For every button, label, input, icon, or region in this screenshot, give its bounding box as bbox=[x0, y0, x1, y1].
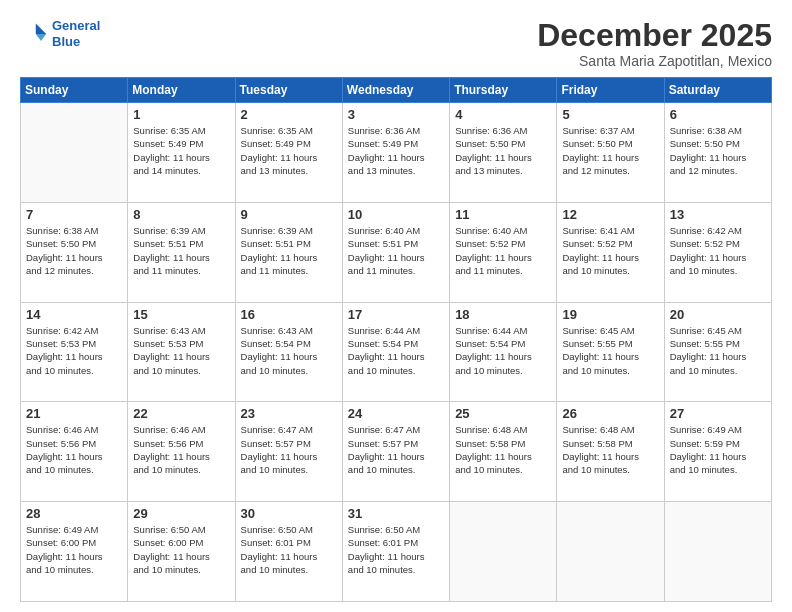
calendar-cell: 7Sunrise: 6:38 AM Sunset: 5:50 PM Daylig… bbox=[21, 202, 128, 302]
calendar-cell: 10Sunrise: 6:40 AM Sunset: 5:51 PM Dayli… bbox=[342, 202, 449, 302]
day-info: Sunrise: 6:44 AM Sunset: 5:54 PM Dayligh… bbox=[455, 324, 551, 377]
day-number: 16 bbox=[241, 307, 337, 322]
calendar-cell: 26Sunrise: 6:48 AM Sunset: 5:58 PM Dayli… bbox=[557, 402, 664, 502]
weekday-header-row: SundayMondayTuesdayWednesdayThursdayFrid… bbox=[21, 78, 772, 103]
day-info: Sunrise: 6:50 AM Sunset: 6:01 PM Dayligh… bbox=[348, 523, 444, 576]
weekday-header: Thursday bbox=[450, 78, 557, 103]
day-info: Sunrise: 6:39 AM Sunset: 5:51 PM Dayligh… bbox=[133, 224, 229, 277]
day-number: 27 bbox=[670, 406, 766, 421]
day-info: Sunrise: 6:46 AM Sunset: 5:56 PM Dayligh… bbox=[133, 423, 229, 476]
day-info: Sunrise: 6:38 AM Sunset: 5:50 PM Dayligh… bbox=[26, 224, 122, 277]
weekday-header: Monday bbox=[128, 78, 235, 103]
calendar-cell: 27Sunrise: 6:49 AM Sunset: 5:59 PM Dayli… bbox=[664, 402, 771, 502]
calendar-cell: 30Sunrise: 6:50 AM Sunset: 6:01 PM Dayli… bbox=[235, 502, 342, 602]
calendar-cell: 29Sunrise: 6:50 AM Sunset: 6:00 PM Dayli… bbox=[128, 502, 235, 602]
day-info: Sunrise: 6:41 AM Sunset: 5:52 PM Dayligh… bbox=[562, 224, 658, 277]
day-number: 3 bbox=[348, 107, 444, 122]
calendar-cell: 5Sunrise: 6:37 AM Sunset: 5:50 PM Daylig… bbox=[557, 103, 664, 203]
day-info: Sunrise: 6:46 AM Sunset: 5:56 PM Dayligh… bbox=[26, 423, 122, 476]
day-info: Sunrise: 6:37 AM Sunset: 5:50 PM Dayligh… bbox=[562, 124, 658, 177]
calendar-table: SundayMondayTuesdayWednesdayThursdayFrid… bbox=[20, 77, 772, 602]
day-number: 11 bbox=[455, 207, 551, 222]
calendar-cell: 31Sunrise: 6:50 AM Sunset: 6:01 PM Dayli… bbox=[342, 502, 449, 602]
day-number: 19 bbox=[562, 307, 658, 322]
day-info: Sunrise: 6:39 AM Sunset: 5:51 PM Dayligh… bbox=[241, 224, 337, 277]
calendar-cell: 28Sunrise: 6:49 AM Sunset: 6:00 PM Dayli… bbox=[21, 502, 128, 602]
calendar-cell: 4Sunrise: 6:36 AM Sunset: 5:50 PM Daylig… bbox=[450, 103, 557, 203]
day-number: 31 bbox=[348, 506, 444, 521]
calendar-cell: 19Sunrise: 6:45 AM Sunset: 5:55 PM Dayli… bbox=[557, 302, 664, 402]
day-number: 12 bbox=[562, 207, 658, 222]
calendar-cell bbox=[557, 502, 664, 602]
weekday-header: Saturday bbox=[664, 78, 771, 103]
day-info: Sunrise: 6:42 AM Sunset: 5:52 PM Dayligh… bbox=[670, 224, 766, 277]
day-number: 4 bbox=[455, 107, 551, 122]
day-info: Sunrise: 6:38 AM Sunset: 5:50 PM Dayligh… bbox=[670, 124, 766, 177]
day-number: 15 bbox=[133, 307, 229, 322]
calendar-cell: 2Sunrise: 6:35 AM Sunset: 5:49 PM Daylig… bbox=[235, 103, 342, 203]
day-info: Sunrise: 6:35 AM Sunset: 5:49 PM Dayligh… bbox=[133, 124, 229, 177]
calendar-week-row: 28Sunrise: 6:49 AM Sunset: 6:00 PM Dayli… bbox=[21, 502, 772, 602]
day-number: 17 bbox=[348, 307, 444, 322]
calendar-cell: 22Sunrise: 6:46 AM Sunset: 5:56 PM Dayli… bbox=[128, 402, 235, 502]
title-block: December 2025 Santa Maria Zapotitlan, Me… bbox=[537, 18, 772, 69]
day-info: Sunrise: 6:49 AM Sunset: 6:00 PM Dayligh… bbox=[26, 523, 122, 576]
calendar-cell bbox=[450, 502, 557, 602]
day-info: Sunrise: 6:50 AM Sunset: 6:00 PM Dayligh… bbox=[133, 523, 229, 576]
day-number: 1 bbox=[133, 107, 229, 122]
weekday-header: Wednesday bbox=[342, 78, 449, 103]
day-number: 23 bbox=[241, 406, 337, 421]
calendar-cell: 6Sunrise: 6:38 AM Sunset: 5:50 PM Daylig… bbox=[664, 103, 771, 203]
subtitle: Santa Maria Zapotitlan, Mexico bbox=[537, 53, 772, 69]
weekday-header: Friday bbox=[557, 78, 664, 103]
day-number: 22 bbox=[133, 406, 229, 421]
calendar-cell: 1Sunrise: 6:35 AM Sunset: 5:49 PM Daylig… bbox=[128, 103, 235, 203]
month-title: December 2025 bbox=[537, 18, 772, 53]
svg-marker-0 bbox=[36, 23, 47, 34]
day-number: 9 bbox=[241, 207, 337, 222]
day-number: 7 bbox=[26, 207, 122, 222]
calendar-week-row: 21Sunrise: 6:46 AM Sunset: 5:56 PM Dayli… bbox=[21, 402, 772, 502]
calendar-cell: 17Sunrise: 6:44 AM Sunset: 5:54 PM Dayli… bbox=[342, 302, 449, 402]
calendar-week-row: 14Sunrise: 6:42 AM Sunset: 5:53 PM Dayli… bbox=[21, 302, 772, 402]
calendar-cell: 24Sunrise: 6:47 AM Sunset: 5:57 PM Dayli… bbox=[342, 402, 449, 502]
day-number: 30 bbox=[241, 506, 337, 521]
day-info: Sunrise: 6:40 AM Sunset: 5:52 PM Dayligh… bbox=[455, 224, 551, 277]
calendar-cell: 8Sunrise: 6:39 AM Sunset: 5:51 PM Daylig… bbox=[128, 202, 235, 302]
day-info: Sunrise: 6:49 AM Sunset: 5:59 PM Dayligh… bbox=[670, 423, 766, 476]
day-number: 6 bbox=[670, 107, 766, 122]
day-info: Sunrise: 6:47 AM Sunset: 5:57 PM Dayligh… bbox=[348, 423, 444, 476]
calendar-cell: 13Sunrise: 6:42 AM Sunset: 5:52 PM Dayli… bbox=[664, 202, 771, 302]
day-info: Sunrise: 6:45 AM Sunset: 5:55 PM Dayligh… bbox=[562, 324, 658, 377]
logo-icon bbox=[20, 20, 48, 48]
day-info: Sunrise: 6:42 AM Sunset: 5:53 PM Dayligh… bbox=[26, 324, 122, 377]
day-number: 14 bbox=[26, 307, 122, 322]
day-number: 28 bbox=[26, 506, 122, 521]
page: General Blue December 2025 Santa Maria Z… bbox=[0, 0, 792, 612]
day-number: 10 bbox=[348, 207, 444, 222]
day-number: 25 bbox=[455, 406, 551, 421]
day-info: Sunrise: 6:43 AM Sunset: 5:53 PM Dayligh… bbox=[133, 324, 229, 377]
calendar-cell: 11Sunrise: 6:40 AM Sunset: 5:52 PM Dayli… bbox=[450, 202, 557, 302]
day-number: 5 bbox=[562, 107, 658, 122]
day-number: 21 bbox=[26, 406, 122, 421]
day-info: Sunrise: 6:44 AM Sunset: 5:54 PM Dayligh… bbox=[348, 324, 444, 377]
calendar-cell: 15Sunrise: 6:43 AM Sunset: 5:53 PM Dayli… bbox=[128, 302, 235, 402]
day-number: 29 bbox=[133, 506, 229, 521]
weekday-header: Tuesday bbox=[235, 78, 342, 103]
day-info: Sunrise: 6:50 AM Sunset: 6:01 PM Dayligh… bbox=[241, 523, 337, 576]
header: General Blue December 2025 Santa Maria Z… bbox=[20, 18, 772, 69]
day-info: Sunrise: 6:36 AM Sunset: 5:49 PM Dayligh… bbox=[348, 124, 444, 177]
calendar-cell bbox=[21, 103, 128, 203]
calendar-cell: 9Sunrise: 6:39 AM Sunset: 5:51 PM Daylig… bbox=[235, 202, 342, 302]
day-info: Sunrise: 6:48 AM Sunset: 5:58 PM Dayligh… bbox=[455, 423, 551, 476]
logo: General Blue bbox=[20, 18, 100, 49]
day-info: Sunrise: 6:48 AM Sunset: 5:58 PM Dayligh… bbox=[562, 423, 658, 476]
day-number: 18 bbox=[455, 307, 551, 322]
day-info: Sunrise: 6:45 AM Sunset: 5:55 PM Dayligh… bbox=[670, 324, 766, 377]
weekday-header: Sunday bbox=[21, 78, 128, 103]
calendar-cell: 3Sunrise: 6:36 AM Sunset: 5:49 PM Daylig… bbox=[342, 103, 449, 203]
day-number: 8 bbox=[133, 207, 229, 222]
svg-marker-1 bbox=[36, 34, 47, 41]
calendar-cell: 20Sunrise: 6:45 AM Sunset: 5:55 PM Dayli… bbox=[664, 302, 771, 402]
